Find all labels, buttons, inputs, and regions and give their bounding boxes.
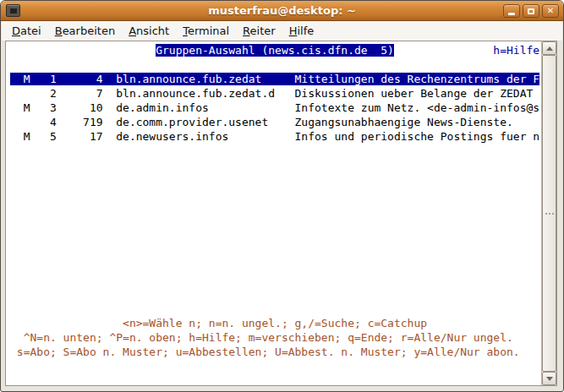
scrollbar-trough[interactable]	[542, 55, 556, 372]
scroll-up-button[interactable]	[542, 41, 556, 55]
arrow-up-icon	[546, 46, 553, 51]
arrow-down-icon	[546, 377, 553, 381]
terminal-line: ^N=n. unten; ^P=n. oben; h=Hilfe; m=vers…	[10, 330, 541, 345]
terminal-line: 4 719 de.comm.provider.usenet Zugangsuna…	[10, 115, 541, 129]
terminal-line	[10, 273, 541, 287]
menu-datei[interactable]: Datei	[5, 22, 48, 40]
terminal-line	[10, 373, 541, 385]
maximize-button[interactable]	[523, 4, 539, 18]
terminal-line	[10, 172, 541, 187]
close-icon: ✕	[547, 7, 554, 15]
terminal-line	[10, 187, 541, 201]
terminal-line: 2 7 bln.announce.fub.zedat.d Diskussione…	[10, 86, 541, 101]
window-title: musterfrau@desktop: ~	[1, 4, 563, 17]
window-controls: ✕	[503, 4, 559, 18]
terminal-line	[10, 158, 541, 172]
maximize-icon	[528, 8, 534, 14]
menu-reiter[interactable]: Reiter	[236, 22, 282, 40]
terminal-window-icon	[6, 4, 20, 17]
scrollbar-thumb[interactable]	[542, 55, 556, 372]
menubar: Datei Bearbeiten Ansicht Terminal Reiter…	[2, 21, 562, 41]
terminal-line	[10, 57, 541, 72]
scrollbar-grip-icon	[549, 213, 550, 215]
terminal-line: s=Abo; S=Abo n. Muster; u=Abbestellen; U…	[10, 345, 541, 359]
terminal-screen[interactable]: Gruppen-Auswahl (news.cis.dfn.de 5) h=Hi…	[6, 41, 541, 385]
terminal-line: M 3 10 de.admin.infos Infotexte zum Netz…	[10, 101, 541, 115]
minimize-button[interactable]	[503, 4, 520, 18]
terminal-line	[10, 302, 541, 316]
terminal-line	[10, 144, 541, 158]
terminal-line	[10, 244, 541, 259]
terminal-line: <n>=Wähle n; n=n. ungel.; g,/=Suche; c=C…	[10, 316, 541, 330]
menu-hilfe[interactable]: Hilfe	[282, 22, 321, 40]
minimize-icon	[508, 13, 515, 15]
terminal-content: Gruppen-Auswahl (news.cis.dfn.de 5) h=Hi…	[5, 41, 557, 386]
terminal-line	[10, 287, 541, 302]
scrollbar[interactable]	[541, 41, 556, 385]
terminal-line	[10, 215, 541, 230]
terminal-line: M 1 4 bln.announce.fub.zedat Mitteilunge…	[10, 72, 541, 86]
terminal-lines: Gruppen-Auswahl (news.cis.dfn.de 5) h=Hi…	[10, 43, 541, 385]
close-button[interactable]: ✕	[542, 4, 559, 18]
terminal-line: M 5 17 de.newusers.infos Infos und perio…	[10, 129, 541, 144]
terminal-line	[10, 359, 541, 373]
terminal-line: Gruppen-Auswahl (news.cis.dfn.de 5) h=Hi…	[10, 43, 541, 57]
terminal-line	[10, 201, 541, 215]
terminal-line	[10, 259, 541, 273]
menu-bearbeiten[interactable]: Bearbeiten	[48, 22, 122, 40]
terminal-window: musterfrau@desktop: ~ ✕ Datei Bearbeiten…	[0, 0, 564, 392]
terminal-line	[10, 230, 541, 244]
menu-ansicht[interactable]: Ansicht	[122, 22, 176, 40]
titlebar[interactable]: musterfrau@desktop: ~ ✕	[1, 1, 563, 21]
scroll-down-button[interactable]	[542, 372, 556, 385]
menu-terminal[interactable]: Terminal	[176, 22, 236, 40]
